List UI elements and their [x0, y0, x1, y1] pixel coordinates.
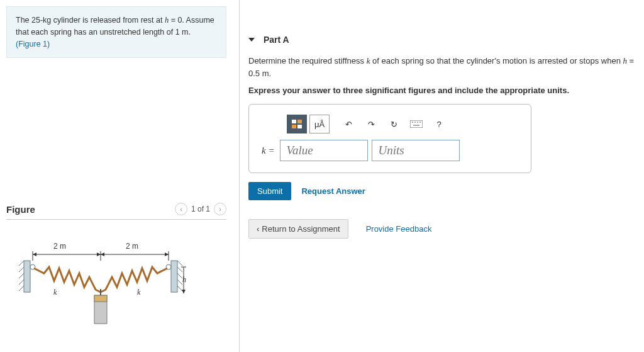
svg-marker-21: [101, 253, 104, 256]
svg-marker-28: [182, 290, 186, 293]
right-pane: Part A Determine the required stiffness …: [248, 0, 638, 352]
svg-marker-20: [97, 253, 101, 256]
k-left: k: [53, 288, 57, 297]
h-label: h: [182, 275, 186, 285]
svg-rect-29: [292, 120, 296, 123]
figure-svg: [13, 236, 189, 336]
svg-rect-32: [297, 125, 302, 128]
svg-line-4: [19, 280, 24, 285]
k-equals-label: k =: [262, 145, 275, 156]
units-button[interactable]: μÅ: [309, 115, 330, 133]
figure-header: Figure ‹ 1 of 1 ›: [6, 203, 226, 220]
bottom-row: ‹ Return to Assignment Provide Feedback: [248, 219, 638, 239]
svg-line-5: [19, 286, 24, 291]
svg-marker-19: [33, 253, 36, 256]
svg-rect-33: [410, 120, 423, 128]
pager-count: 1 of 1: [191, 205, 210, 213]
question-text: Determine the required stiffness k of ea…: [248, 55, 638, 79]
part-a-header[interactable]: Part A: [248, 35, 638, 45]
svg-line-8: [177, 261, 182, 266]
svg-marker-22: [165, 253, 169, 256]
figure-heading: Figure: [6, 204, 35, 215]
svg-rect-31: [292, 125, 296, 128]
svg-line-2: [19, 267, 24, 272]
pager-prev[interactable]: ‹: [175, 203, 187, 215]
action-row: Submit Request Answer: [248, 182, 638, 200]
answer-instruction: Express your answer to three significant…: [248, 86, 638, 95]
chevron-left-icon: ‹: [257, 224, 259, 234]
left-pane: The 25-kg cylinder is released from rest…: [0, 0, 233, 352]
dim-left: 2 m: [53, 242, 66, 251]
q-pre: Determine the required stiffness: [248, 56, 367, 65]
answer-toolbar: μÅ ↶ ↷ ↻ ?: [287, 115, 518, 133]
svg-rect-24: [94, 295, 107, 302]
svg-rect-30: [297, 120, 302, 123]
svg-rect-0: [24, 261, 30, 292]
figure-link[interactable]: (Figure 1): [16, 40, 50, 48]
units-input[interactable]: [372, 140, 460, 161]
templates-icon[interactable]: [287, 115, 307, 133]
k-right: k: [137, 288, 140, 297]
svg-line-11: [177, 280, 182, 285]
problem-statement: The 25-kg cylinder is released from rest…: [6, 6, 226, 58]
q-mid: of each spring so that the cylinder's mo…: [370, 56, 623, 65]
pager-next[interactable]: ›: [214, 203, 226, 215]
return-button[interactable]: ‹ Return to Assignment: [248, 219, 348, 239]
request-answer-link[interactable]: Request Answer: [301, 186, 365, 196]
provide-feedback-link[interactable]: Provide Feedback: [366, 224, 432, 234]
help-icon[interactable]: ?: [429, 115, 449, 133]
answer-input-row: k =: [262, 140, 518, 161]
undo-icon[interactable]: ↶: [338, 115, 358, 133]
figure-area: 2 m 2 m k k h: [6, 220, 226, 346]
pane-divider: [239, 0, 240, 352]
svg-line-9: [177, 267, 182, 272]
part-a-title: Part A: [264, 35, 289, 45]
redo-icon[interactable]: ↷: [361, 115, 381, 133]
submit-button[interactable]: Submit: [248, 182, 291, 200]
svg-line-3: [19, 273, 24, 278]
problem-text-1: The 25-kg cylinder is released from rest…: [16, 16, 165, 25]
figure-pager: ‹ 1 of 1 ›: [175, 203, 226, 215]
reset-icon[interactable]: ↻: [384, 115, 404, 133]
answer-box: μÅ ↶ ↷ ↻ ? k =: [248, 104, 531, 173]
return-label: Return to Assignment: [262, 224, 340, 234]
svg-rect-7: [171, 261, 177, 292]
svg-line-10: [177, 273, 182, 278]
collapse-caret-icon: [248, 38, 255, 42]
keyboard-icon[interactable]: [406, 115, 426, 133]
svg-line-12: [177, 286, 182, 291]
svg-line-1: [19, 261, 24, 266]
dim-right: 2 m: [126, 242, 138, 251]
value-input[interactable]: [280, 140, 368, 161]
